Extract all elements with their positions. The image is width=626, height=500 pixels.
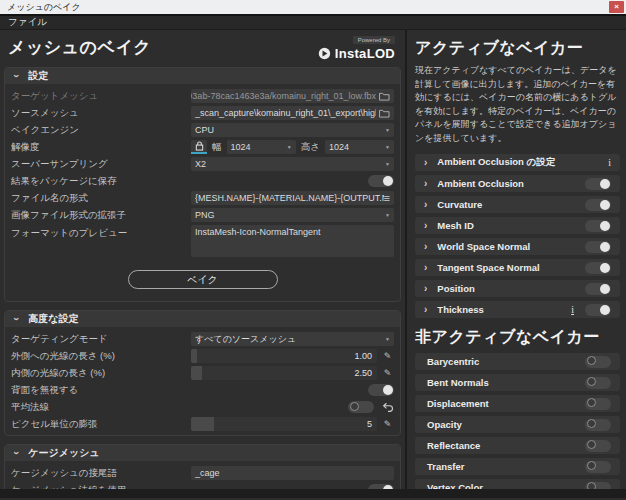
bake-engine-select[interactable]: CPU ▼ — [191, 123, 394, 137]
targeting-mode-select[interactable]: すべてのソースメッシュ ▼ — [191, 332, 394, 346]
cage-normals-toggle[interactable] — [368, 484, 394, 489]
ignore-backfaces-row: 背面を無視する — [11, 383, 394, 397]
brand-name: InstaLOD — [335, 46, 395, 61]
info-icon[interactable]: i — [571, 304, 574, 315]
cage-suffix-label: ケージメッシュの接尾語 — [11, 467, 191, 480]
chevron-down-icon: › — [11, 451, 21, 454]
dropdown-caret-icon: ▼ — [382, 336, 390, 342]
baker-toggle[interactable] — [585, 398, 611, 410]
ray-inward-label: 内側の光線の長さ (%) — [11, 367, 191, 380]
settings-section-header[interactable]: › 設定 — [5, 68, 400, 84]
aspect-lock-button[interactable] — [191, 140, 207, 154]
baker-toggle[interactable] — [585, 262, 611, 274]
cage-section-header[interactable]: › ケージメッシュ — [5, 445, 400, 461]
baker-item-position[interactable]: › Position — [415, 280, 620, 297]
baker-toggle[interactable] — [585, 304, 611, 316]
baker-toggle[interactable] — [585, 356, 611, 368]
format-preview-box: InstaMesh-Icon-NormalTangent — [191, 225, 394, 257]
ray-inward-slider[interactable]: 2.50 — [191, 366, 377, 380]
baker-toggle[interactable] — [585, 199, 611, 211]
format-menu-icon[interactable]: ≡ — [384, 193, 390, 204]
baker-toggle[interactable] — [585, 283, 611, 295]
image-extension-select[interactable]: PNG ▼ — [191, 208, 394, 222]
baker-item-barycentric[interactable]: Barycentric — [415, 353, 620, 370]
edit-pencil-icon[interactable]: ✎ — [381, 368, 394, 378]
baker-item-ambient-occlusion[interactable]: › Ambient Occlusion — [415, 175, 620, 192]
baker-item-mesh-id[interactable]: › Mesh ID — [415, 217, 620, 234]
pixel-dilation-slider[interactable]: 5 — [191, 417, 377, 431]
lock-icon — [195, 141, 204, 151]
baker-toggle[interactable] — [585, 241, 611, 253]
cage-normals-label: ケージメッシュ法線を使用 — [11, 484, 191, 490]
baker-item-world-space-normal[interactable]: › World Space Normal — [415, 238, 620, 255]
baker-item-vertex-color[interactable]: Vertex Color — [415, 479, 620, 489]
cage-suffix-input[interactable]: _cage — [191, 466, 394, 480]
section-title: 高度な設定 — [28, 312, 78, 326]
reset-undo-icon[interactable] — [382, 402, 394, 413]
folder-icon[interactable] — [376, 109, 390, 118]
chevron-right-icon: › — [424, 284, 427, 294]
baker-item-ao-settings[interactable]: › Ambient Occlusion の設定 i — [415, 154, 620, 171]
targeting-mode-row: ターゲティングモード すべてのソースメッシュ ▼ — [11, 332, 394, 346]
baker-item-curvature[interactable]: › Curvature — [415, 196, 620, 213]
chevron-right-icon: › — [424, 263, 427, 273]
baker-toggle[interactable] — [585, 482, 611, 490]
instalod-logo-icon — [318, 47, 331, 60]
targeting-mode-label: ターゲティングモード — [11, 333, 191, 346]
height-label: 高さ — [300, 141, 321, 154]
page-title: メッシュのベイク — [8, 36, 151, 59]
ignore-backfaces-label: 背面を無視する — [11, 384, 191, 397]
resolution-height-select[interactable]: 1024 ▼ — [325, 140, 394, 154]
format-preview-row: フォーマットのプレビュー InstaMesh-Icon-NormalTangen… — [11, 225, 394, 257]
filename-format-label: ファイル名の形式 — [11, 192, 191, 205]
dropdown-caret-icon: ▼ — [284, 144, 292, 150]
window-titlebar: メッシュのベイク × — [0, 0, 626, 14]
baker-toggle[interactable] — [585, 461, 611, 473]
chevron-right-icon: › — [424, 242, 427, 252]
filename-format-input[interactable]: {MESH.NAME}-{MATERIAL.NAME}-{OUTPUT.NAME… — [191, 191, 394, 205]
ignore-backfaces-toggle[interactable] — [368, 384, 394, 396]
baker-item-transfer[interactable]: Transfer — [415, 458, 620, 475]
bakers-panel: アクティブなベイカー 現在アクティブなすべてのベイカーは、データを計算して画像に… — [407, 30, 626, 489]
edit-pencil-icon[interactable]: ✎ — [381, 419, 394, 429]
save-to-package-row: 結果をパッケージに保存 — [11, 174, 394, 188]
image-extension-row: 画像ファイル形式の拡張子 PNG ▼ — [11, 208, 394, 222]
folder-icon[interactable] — [376, 92, 390, 101]
baker-toggle[interactable] — [585, 178, 611, 190]
supersampling-select[interactable]: X2 ▼ — [191, 157, 394, 171]
image-extension-label: 画像ファイル形式の拡張子 — [11, 209, 191, 222]
baker-toggle[interactable] — [585, 440, 611, 452]
ray-outward-row: 外側への光線の長さ (%) 1.00 ✎ — [11, 349, 394, 363]
advanced-section-header[interactable]: › 高度な設定 — [5, 311, 400, 327]
baker-item-displacement[interactable]: Displacement — [415, 395, 620, 412]
baker-item-bent-normals[interactable]: Bent Normals — [415, 374, 620, 391]
average-normals-toggle[interactable] — [348, 401, 374, 413]
cage-suffix-row: ケージメッシュの接尾語 _cage — [11, 466, 394, 480]
ray-outward-slider[interactable]: 1.00 — [191, 349, 377, 363]
resolution-label: 解像度 — [11, 141, 191, 154]
edit-pencil-icon[interactable]: ✎ — [381, 351, 394, 361]
status-strip — [0, 489, 626, 498]
bake-button[interactable]: ベイク — [128, 270, 278, 289]
baker-item-thickness[interactable]: › Thickness i — [415, 301, 620, 318]
source-mesh-input[interactable]: _scan_capture\komainu_right_01\_export\h… — [191, 106, 394, 120]
cage-mesh-section: › ケージメッシュ ケージメッシュの接尾語 _cage ケージメッシュ法線を使用 — [4, 444, 401, 489]
chevron-right-icon: › — [424, 200, 427, 210]
ray-inward-row: 内側の光線の長さ (%) 2.50 ✎ — [11, 366, 394, 380]
resolution-width-select[interactable]: 1024 ▼ — [227, 140, 296, 154]
chevron-right-icon: › — [424, 305, 427, 315]
baker-toggle[interactable] — [585, 377, 611, 389]
info-icon[interactable]: i — [608, 157, 611, 168]
menu-file[interactable]: ファイル — [0, 16, 55, 29]
powered-by-label: Powered By — [353, 36, 395, 44]
save-to-package-toggle[interactable] — [368, 175, 394, 187]
baker-item-reflectance[interactable]: Reflectance — [415, 437, 620, 454]
baker-toggle[interactable] — [585, 419, 611, 431]
active-bakers-description: 現在アクティブなすべてのベイカーは、データを計算して画像に出力します。追加のベイ… — [415, 64, 620, 145]
baker-item-opacity[interactable]: Opacity — [415, 416, 620, 433]
close-button[interactable]: × — [609, 1, 624, 13]
filename-format-row: ファイル名の形式 {MESH.NAME}-{MATERIAL.NAME}-{OU… — [11, 191, 394, 205]
baker-item-tangent-space-normal[interactable]: › Tangent Space Normal — [415, 259, 620, 276]
dropdown-caret-icon: ▼ — [382, 212, 390, 218]
baker-toggle[interactable] — [585, 220, 611, 232]
